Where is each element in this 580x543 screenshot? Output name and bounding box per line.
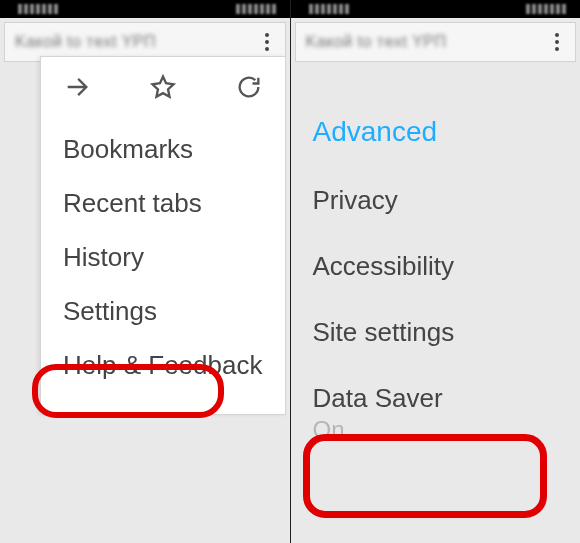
settings-item-label: Data Saver [313,384,559,414]
status-bar [291,0,581,18]
left-screenshot: Kакой to тext YPП Bookmarks Recent tabs … [0,0,290,543]
settings-section-title: Advanced [291,108,581,168]
menu-icon[interactable] [545,33,569,51]
settings-item-accessibility[interactable]: Accessibility [291,234,581,300]
right-screenshot: Kакой to тext YPП Advanced Privacy Acces… [290,0,581,543]
forward-icon[interactable] [63,73,91,105]
url-bar[interactable]: Kакой to тext YPП [295,22,577,62]
url-text[interactable]: Kакой to тext YPП [15,33,255,51]
settings-item-site-settings[interactable]: Site settings [291,300,581,366]
menu-item-recent-tabs[interactable]: Recent tabs [61,177,269,231]
menu-item-bookmarks[interactable]: Bookmarks [61,123,269,177]
settings-item-data-saver[interactable]: Data Saver On [291,366,581,461]
star-icon[interactable] [149,73,177,105]
settings-item-privacy[interactable]: Privacy [291,168,581,234]
overflow-menu: Bookmarks Recent tabs History Settings H… [40,56,286,415]
menu-icon[interactable] [255,33,279,51]
settings-item-status: On [313,416,559,444]
menu-item-settings[interactable]: Settings [61,285,269,339]
settings-advanced-section: Advanced Privacy Accessibility Site sett… [291,66,581,461]
menu-item-history[interactable]: History [61,231,269,285]
refresh-icon[interactable] [235,73,263,105]
status-bar [0,0,290,18]
url-text[interactable]: Kакой to тext YPП [306,33,546,51]
menu-item-help[interactable]: Help & Feedback [61,339,269,393]
